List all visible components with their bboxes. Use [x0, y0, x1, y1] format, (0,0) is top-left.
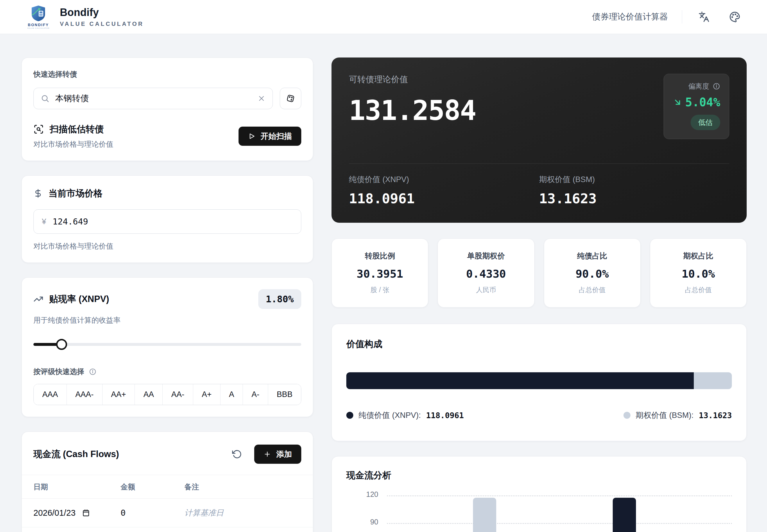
- deviation-value-row: 5.04%: [673, 96, 720, 109]
- hero-breakdown: 纯债价值 (XNPV) 118.0961 期权价值 (BSM) 13.1623: [349, 174, 729, 206]
- rating-button-bbb[interactable]: BBB: [268, 384, 301, 405]
- market-price-input[interactable]: ¥ 124.649: [33, 209, 301, 234]
- scan-title-row: 扫描低估转债: [33, 123, 113, 135]
- dollar-icon: [33, 189, 43, 198]
- cash-flow-row: 2026/01/23 0 计算基准日: [22, 499, 313, 527]
- plus-icon: [263, 450, 271, 458]
- legend-dot-dark: [346, 412, 353, 419]
- app-title: Bondify: [60, 6, 144, 19]
- currency-symbol: ¥: [42, 217, 46, 226]
- column-header-note: 备注: [184, 482, 301, 492]
- stat-label: 转股比例: [335, 251, 425, 261]
- cash-flows-header-row: 日期 金额 备注: [22, 475, 313, 499]
- market-price-card: 当前市场价格 ¥ 124.649 对比市场价格与理论价值: [21, 175, 313, 263]
- stats-row: 转股比例 30.3951 股 / 张 单股期权价 0.4330 人民币 纯债占比…: [331, 238, 747, 308]
- quick-select-label: 快速选择转债: [33, 69, 301, 79]
- dice-icon: [285, 94, 295, 103]
- legend-item-bond: 纯债价值 (XNPV): 118.0961: [346, 410, 464, 420]
- bondify-logo: BONDIFY VALUE CALCULATOR: [24, 5, 52, 29]
- gridline-90: [387, 523, 732, 524]
- deviation-label: 偏离度: [688, 82, 709, 91]
- discount-title-row: 贴现率 (XNPV): [33, 293, 109, 305]
- y-axis-tick: 90: [346, 518, 378, 526]
- market-price-helper: 对比市场价格与理论价值: [33, 241, 301, 251]
- add-cash-flow-button[interactable]: 添加: [254, 445, 301, 464]
- option-value-block: 期权价值 (BSM) 13.1623: [539, 174, 730, 206]
- header-divider: [682, 10, 682, 24]
- rating-button-aaa-minus[interactable]: AAA-: [67, 384, 102, 405]
- palette-icon: [729, 11, 740, 22]
- chart-bar-dark: [613, 498, 636, 532]
- cash-flow-bar-chart: 120 90: [346, 490, 732, 532]
- start-scan-label: 开始扫描: [260, 131, 292, 141]
- random-bond-button[interactable]: [280, 88, 301, 109]
- bond-search-input[interactable]: 本钢转债: [33, 88, 273, 109]
- deviation-value: 5.04%: [685, 96, 720, 109]
- scan-title: 扫描低估转债: [50, 123, 104, 135]
- column-header-amount: 金额: [121, 482, 184, 492]
- cash-flows-head: 现金流 (Cash Flows) 添加: [22, 432, 313, 475]
- discount-head: 贴现率 (XNPV) 1.80%: [33, 289, 301, 309]
- stat-card-option-price-per-share: 单股期权价 0.4330 人民币: [438, 238, 534, 308]
- composition-stacked-bar: [346, 372, 732, 389]
- value-composition-card: 价值构成 纯债价值 (XNPV): 118.0961 期权价值 (BSM): 1…: [331, 324, 747, 441]
- calendar-icon[interactable]: [82, 509, 90, 517]
- quick-select-card: 快速选择转债 本钢转债: [21, 57, 313, 161]
- rating-button-aa-minus[interactable]: AA-: [162, 384, 193, 405]
- discount-subtitle: 用于纯债价值计算的收益率: [33, 315, 301, 325]
- discount-rate-badge: 1.80%: [258, 289, 301, 309]
- languages-icon: [698, 11, 710, 22]
- right-column: 可转债理论价值 131.2584 偏离度 5.04%: [331, 57, 747, 532]
- rating-button-aaa[interactable]: AAA: [34, 384, 67, 405]
- bond-value-segment: [346, 372, 694, 389]
- legend-value: 118.0961: [426, 411, 464, 420]
- amount-cell[interactable]: 0: [121, 508, 184, 518]
- discount-rate-slider[interactable]: [33, 339, 301, 350]
- rating-quick-label: 按评级快速选择: [33, 367, 84, 376]
- rating-button-a[interactable]: A: [220, 384, 243, 405]
- slider-track[interactable]: [33, 343, 301, 346]
- rating-label-row: 按评级快速选择: [33, 367, 301, 376]
- date-cell[interactable]: 2026/01/23: [33, 508, 121, 518]
- search-icon: [41, 94, 49, 103]
- legend-label: 期权价值 (BSM):: [636, 410, 694, 420]
- hero-label: 可转债理论价值: [349, 74, 476, 85]
- discount-title: 贴现率 (XNPV): [49, 293, 109, 305]
- clear-search-button[interactable]: [257, 94, 265, 103]
- theme-palette-button[interactable]: [727, 9, 743, 25]
- undervalued-badge: 低估: [691, 115, 720, 130]
- bond-value: 118.0961: [349, 190, 539, 206]
- language-toggle-button[interactable]: [696, 9, 712, 25]
- stat-unit: 股 / 张: [335, 285, 425, 294]
- deviation-label-row: 偏离度: [673, 82, 720, 91]
- rating-button-a-minus[interactable]: A-: [242, 384, 268, 405]
- option-value: 13.1623: [539, 190, 730, 206]
- logo-wordmark: BONDIFY: [28, 23, 49, 27]
- rotate-ccw-icon: [232, 449, 242, 459]
- legend-item-option: 期权价值 (BSM): 13.1623: [624, 410, 732, 420]
- cash-flows-card: 现金流 (Cash Flows) 添加 日期: [21, 432, 313, 532]
- hero-main-value-block: 可转债理论价值 131.2584: [349, 74, 476, 126]
- rating-button-a-plus[interactable]: A+: [193, 384, 220, 405]
- brand-text: Bondify VALUE CALCULATOR: [60, 6, 144, 27]
- brand: BONDIFY VALUE CALCULATOR Bondify VALUE C…: [24, 5, 144, 29]
- stat-value: 10.0%: [653, 267, 743, 280]
- slider-thumb[interactable]: [56, 339, 67, 350]
- note-cell[interactable]: 计算基准日: [184, 508, 301, 518]
- reset-cash-flows-button[interactable]: [232, 449, 242, 459]
- stat-card-option-share: 期权占比 10.0% 占总价值: [650, 238, 747, 308]
- add-button-label: 添加: [276, 449, 292, 459]
- rating-button-aa-plus[interactable]: AA+: [102, 384, 135, 405]
- start-scan-button[interactable]: 开始扫描: [238, 127, 301, 146]
- rating-button-aa[interactable]: AA: [134, 384, 162, 405]
- topbar-actions: 债券理论价值计算器: [592, 9, 743, 25]
- search-row: 本钢转债: [33, 88, 301, 109]
- market-price-value: 124.649: [53, 217, 88, 227]
- legend-value: 13.1623: [699, 411, 732, 420]
- trending-up-icon: [33, 294, 43, 304]
- bondify-logo-icon: [30, 5, 47, 22]
- stat-card-conversion-ratio: 转股比例 30.3951 股 / 张: [331, 238, 428, 308]
- stat-card-bond-share: 纯债占比 90.0% 占总价值: [544, 238, 641, 308]
- stat-value: 90.0%: [547, 267, 637, 280]
- main-content: 快速选择转债 本钢转债: [0, 34, 767, 532]
